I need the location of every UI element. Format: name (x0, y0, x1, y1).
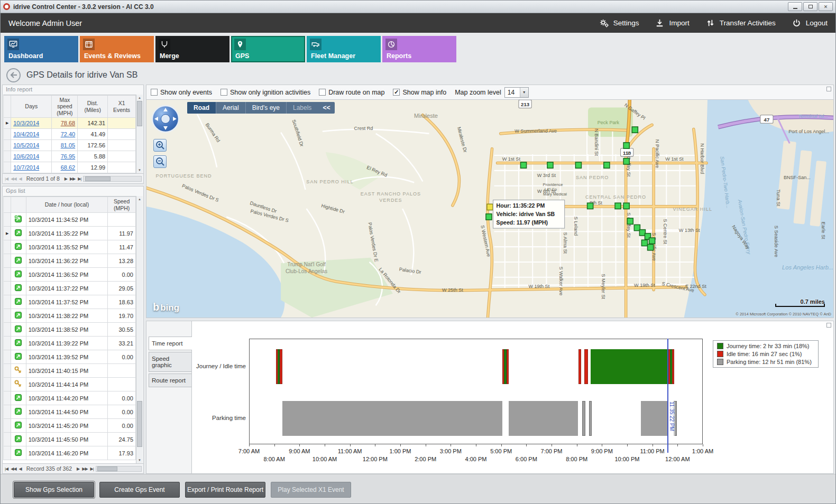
day-link[interactable]: 10/3/2014 (13, 120, 39, 126)
parking-bar[interactable] (582, 401, 585, 436)
pager-scrollbar-thumb[interactable] (97, 466, 117, 471)
map-canvas[interactable]: 47110213 MiralestePORTUGUESE BENDSAN PED… (146, 99, 833, 318)
bing-map[interactable]: 47110213 MiralestePORTUGUESE BENDSAN PED… (146, 100, 833, 318)
scroll-up-icon[interactable]: ▲ (136, 95, 143, 101)
pager-next-2[interactable]: ▶| (77, 176, 81, 181)
idle-bar[interactable] (584, 349, 588, 384)
topbar-action-import[interactable]: Import (655, 18, 689, 28)
scrollbar-track[interactable] (136, 101, 143, 167)
pager-scrollbar-thumb[interactable] (85, 176, 111, 181)
gps-point-marker[interactable] (627, 218, 633, 224)
parking-bar[interactable] (509, 401, 578, 436)
gps-list-row[interactable]: 10/3/2014 11:46:20 PM17.93 (4, 446, 136, 460)
gps-list-row[interactable]: 10/3/2014 11:38:52 PM30.55 (4, 323, 136, 337)
map-zoom-in-button[interactable] (153, 139, 167, 152)
gps-list-row[interactable]: 10/3/2014 11:39:52 PM0.00 (4, 350, 136, 364)
map-zoom-out-button[interactable] (153, 155, 167, 168)
vertical-scrollbar[interactable]: ▲▼ (136, 196, 143, 463)
idle-bar[interactable] (578, 349, 582, 384)
scrollbar-thumb[interactable] (137, 401, 142, 447)
pager-prev-0[interactable]: |◀ (4, 176, 8, 181)
gps-list-row[interactable]: 10/3/2014 11:36:22 PM13.28 (4, 254, 136, 268)
chart-tab-route-report[interactable]: Route report (149, 374, 191, 387)
gps-list-row[interactable]: 10/3/2014 11:34:52 PM (4, 213, 136, 227)
gps-list-row[interactable]: 10/3/2014 11:40:15 PM (4, 364, 136, 378)
checkbox-draw-route-on-map[interactable]: Draw route on map (319, 89, 384, 96)
topbar-action-logout[interactable]: Logout (792, 18, 828, 28)
pager-scrollbar[interactable] (96, 466, 142, 472)
pager-next-0[interactable]: ▶ (64, 176, 68, 181)
gps-list-row[interactable]: 10/3/2014 11:35:52 PM11.47 (4, 240, 136, 254)
map-zoom-level-select[interactable]: 14▼ (504, 87, 529, 98)
time-report-chart[interactable]: Journey / Idle timeParking time7:00 AM8:… (192, 321, 833, 473)
checkbox-show-only-events[interactable]: Show only events (151, 89, 212, 96)
module-tab-merge[interactable]: Merge (155, 36, 229, 62)
info-report-row[interactable]: 10/5/201481.05172.56 (4, 140, 136, 151)
gps-list-row[interactable]: 10/3/2014 11:38:22 PM19.70 (4, 309, 136, 323)
journey-bar[interactable] (591, 349, 667, 384)
create-gps-event-button[interactable]: Create Gps Event (99, 482, 180, 498)
gps-point-marker[interactable] (547, 162, 553, 168)
gps-list-row[interactable]: ▶10/3/2014 11:35:22 PM11.97 (4, 227, 136, 240)
info-column-header[interactable]: X1 Events (108, 96, 136, 118)
gps-list-row[interactable]: 10/3/2014 11:37:22 PM29.05 (4, 282, 136, 295)
minimize-button[interactable] (788, 2, 802, 11)
gps-list-row[interactable]: 10/3/2014 11:44:20 PM0.00 (4, 391, 136, 405)
map-view-tab-road[interactable]: Road (187, 102, 216, 114)
current-gps-marker[interactable] (487, 204, 493, 210)
scrollbar-track[interactable] (136, 202, 143, 457)
back-button[interactable] (6, 68, 21, 82)
chart-tab-speed-graphic[interactable]: Speed graphic (149, 352, 191, 372)
idle-bar[interactable] (507, 349, 509, 384)
vertical-scrollbar[interactable]: ▲▼ (136, 95, 143, 173)
chart-tab-time-report[interactable]: Time report (149, 337, 192, 350)
pager-prev-0[interactable]: |◀ (4, 466, 8, 471)
checkbox-show-only-ignition-activities[interactable]: Show only ignition activities (221, 89, 310, 96)
max-speed-link[interactable]: 68.62 (61, 164, 76, 171)
parking-bar[interactable] (282, 401, 502, 436)
parking-bar[interactable] (589, 401, 592, 436)
max-speed-link[interactable]: 72.40 (61, 131, 76, 137)
gps-point-marker[interactable] (649, 238, 655, 244)
module-tab-fleet[interactable]: Fleet Manager (307, 36, 381, 62)
gps-point-marker[interactable] (520, 162, 526, 168)
gps-list-row[interactable]: 10/3/2014 11:45:50 PM24.75 (4, 433, 136, 446)
checkbox-icon[interactable] (319, 89, 326, 96)
pager-prev-2[interactable]: ◀ (19, 466, 22, 471)
info-report-row[interactable]: 10/7/201468.6212.99 (4, 162, 136, 173)
pager-next-1[interactable]: ▶▶ (69, 176, 76, 181)
map-tabs-collapse-button[interactable]: << (318, 102, 335, 114)
show-gps-selection-button[interactable]: Show Gps Selection (14, 482, 94, 498)
scrollbar-thumb[interactable] (137, 101, 142, 126)
gps-point-marker[interactable] (632, 127, 638, 133)
module-tab-gps[interactable]: GPS (231, 36, 305, 62)
info-report-row[interactable]: 10/4/201472.4041.49 (4, 129, 136, 140)
gps-point-marker[interactable] (575, 162, 581, 168)
pager-scrollbar[interactable] (83, 176, 142, 182)
checkbox-show-map-info[interactable]: ✓Show map info (393, 89, 446, 96)
max-speed-link[interactable]: 78.68 (61, 120, 76, 126)
gps-point-marker[interactable] (604, 162, 610, 168)
gps-list-table[interactable]: Date / hour (local)Speed (MPH)10/3/2014 … (3, 197, 136, 460)
gps-list-row[interactable]: 10/3/2014 11:44:14 PM (4, 378, 136, 391)
module-tab-events[interactable]: Events & Reviews (80, 36, 154, 62)
pager-next-2[interactable]: ▶| (90, 466, 94, 471)
pager-next-0[interactable]: ▶ (76, 466, 80, 471)
scroll-down-icon[interactable]: ▼ (136, 457, 143, 463)
info-report-row[interactable]: 10/6/201476.955.88 (4, 151, 136, 162)
day-link[interactable]: 10/4/2014 (13, 131, 39, 137)
gps-column-header[interactable]: Date / hour (local) (26, 197, 107, 213)
map-view-tab-birdseye[interactable]: Bird's eye (245, 102, 286, 114)
info-column-header[interactable]: Dist. (Miles) (78, 96, 108, 118)
chart-time-cursor[interactable] (667, 339, 668, 453)
max-speed-link[interactable]: 76.95 (61, 153, 76, 160)
checkbox-checked-icon[interactable]: ✓ (393, 89, 400, 96)
module-tab-reports[interactable]: Reports (382, 36, 456, 62)
map-view-tab-aerial[interactable]: Aerial (216, 102, 245, 114)
checkbox-icon[interactable] (221, 89, 227, 96)
gps-list-row[interactable]: 10/3/2014 11:44:50 PM0.00 (4, 405, 136, 419)
parking-bar[interactable] (641, 401, 667, 436)
gps-list-row[interactable]: 10/3/2014 11:36:52 PM0.00 (4, 268, 136, 282)
export-print-route-report-button[interactable]: Export / Print Route Report (185, 482, 265, 498)
gps-point-marker[interactable] (641, 240, 647, 246)
